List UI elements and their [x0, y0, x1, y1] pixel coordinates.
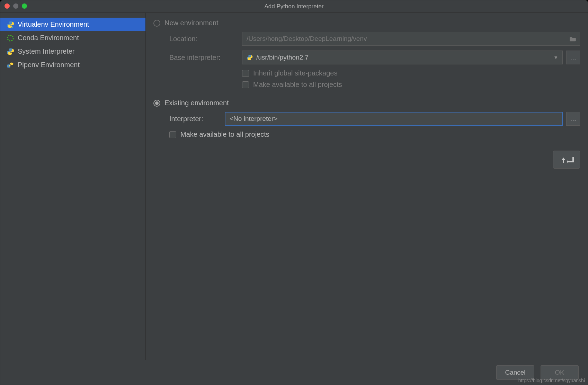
base-interpreter-row: Base interpreter: /usr/bin/python2.7 ▼ …: [169, 51, 580, 64]
existing-environment-radio[interactable]: [153, 100, 160, 107]
sidebar-item-system[interactable]: System Interpreter: [0, 45, 145, 58]
interpreter-value: <No interpreter>: [230, 115, 277, 123]
base-interpreter-dropdown[interactable]: /usr/bin/python2.7 ▼: [242, 51, 563, 64]
base-interpreter-browse-button[interactable]: …: [566, 51, 580, 64]
window-controls: [5, 3, 27, 9]
new-env-available-all-label: Make available to all projects: [253, 81, 342, 89]
sidebar-item-label: System Interpreter: [18, 47, 75, 55]
dialog-footer: Cancel OK: [0, 360, 588, 385]
shortcut-hint-badge: [553, 151, 580, 169]
existing-available-all-label: Make available to all projects: [180, 131, 269, 138]
dialog-window: Add Python Interpreter v Virtualenv Envi…: [0, 0, 588, 385]
interpreter-row: Interpreter: <No interpreter> …: [169, 112, 580, 126]
new-environment-form: Location: /Users/hong/Desktop/DeepLearni…: [169, 32, 580, 89]
dialog-title: Add Python Interpreter: [264, 3, 323, 10]
sidebar-item-conda[interactable]: Conda Environment: [0, 31, 145, 45]
chevron-down-icon: ▼: [553, 55, 558, 60]
new-env-available-all-row[interactable]: Make available to all projects: [242, 81, 580, 89]
new-environment-radio[interactable]: [153, 20, 160, 27]
sidebar-item-label: Conda Environment: [18, 34, 79, 42]
sidebar-item-pipenv[interactable]: Pipenv Environment: [0, 58, 145, 72]
pipenv-icon: [7, 61, 14, 69]
sidebar-item-label: Virtualenv Environment: [18, 20, 89, 28]
existing-available-all-row[interactable]: Make available to all projects: [169, 131, 580, 138]
interpreter-label: Interpreter:: [169, 115, 225, 123]
sidebar-item-label: Pipenv Environment: [18, 61, 80, 69]
svg-text:v: v: [12, 25, 14, 28]
location-label: Location:: [169, 35, 242, 43]
python-icon: [247, 54, 253, 61]
existing-environment-radio-row[interactable]: Existing environment: [153, 99, 580, 107]
existing-available-all-checkbox[interactable]: [169, 131, 176, 138]
dialog-body: v Virtualenv Environment Conda Environme…: [0, 13, 588, 360]
browse-folder-icon[interactable]: [569, 36, 576, 42]
shift-enter-icon: [559, 155, 574, 164]
new-env-available-all-checkbox[interactable]: [242, 81, 249, 88]
base-interpreter-value: /usr/bin/python2.7: [256, 54, 309, 61]
watermark-text: https://blog.csdn.net/sgyuanshi: [518, 378, 585, 383]
minimize-window-button[interactable]: [13, 3, 18, 9]
inherit-packages-checkbox[interactable]: [242, 70, 249, 77]
location-row: Location: /Users/hong/Desktop/DeepLearni…: [169, 32, 580, 46]
new-environment-radio-row[interactable]: New environment: [153, 19, 580, 27]
interpreter-browse-button[interactable]: …: [566, 112, 580, 126]
main-panel: New environment Location: /Users/hong/De…: [146, 13, 588, 360]
existing-environment-label: Existing environment: [164, 99, 229, 107]
cancel-button-label: Cancel: [505, 369, 525, 376]
base-interpreter-label: Base interpreter:: [169, 54, 242, 62]
svg-point-1: [8, 35, 14, 41]
titlebar: Add Python Interpreter: [0, 0, 588, 13]
python-icon: [7, 48, 14, 55]
close-window-button[interactable]: [5, 3, 10, 9]
location-field[interactable]: /Users/hong/Desktop/DeepLearning/venv: [242, 32, 580, 46]
sidebar-item-virtualenv[interactable]: v Virtualenv Environment: [0, 18, 145, 31]
zoom-window-button[interactable]: [22, 3, 27, 9]
existing-environment-form: Interpreter: <No interpreter> … Make ava…: [169, 112, 580, 138]
inherit-packages-row[interactable]: Inherit global site-packages: [242, 69, 580, 77]
interpreter-dropdown[interactable]: <No interpreter>: [225, 112, 563, 126]
new-environment-label: New environment: [164, 19, 219, 27]
location-value: /Users/hong/Desktop/DeepLearning/venv: [247, 35, 367, 43]
interpreter-type-sidebar: v Virtualenv Environment Conda Environme…: [0, 13, 146, 360]
python-venv-icon: v: [7, 21, 14, 28]
inherit-packages-label: Inherit global site-packages: [253, 69, 337, 77]
conda-icon: [7, 34, 14, 42]
ok-button-label: OK: [555, 369, 564, 376]
